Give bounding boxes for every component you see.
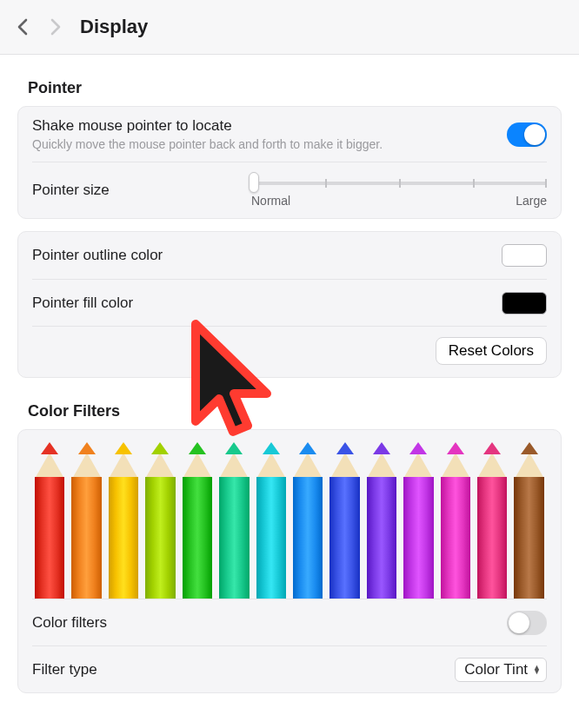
pencil bbox=[290, 442, 326, 599]
back-button[interactable] bbox=[10, 15, 35, 39]
shake-toggle[interactable] bbox=[507, 122, 547, 147]
filter-type-label: Filter type bbox=[32, 661, 97, 678]
reset-colors-button[interactable]: Reset Colors bbox=[436, 337, 547, 365]
pencil bbox=[68, 442, 104, 599]
pointer-color-card: Pointer outline color Pointer fill color… bbox=[17, 231, 562, 378]
color-filters-toggle[interactable] bbox=[507, 611, 547, 635]
color-filters-card: Color filters Filter type Color Tint ▲▼ bbox=[17, 429, 562, 693]
pointer-heading: Pointer bbox=[28, 79, 562, 97]
size-min-label: Normal bbox=[251, 194, 290, 208]
pencil bbox=[179, 442, 216, 599]
forward-button[interactable] bbox=[43, 15, 68, 39]
color-filters-label: Color filters bbox=[32, 614, 107, 632]
pencil bbox=[253, 442, 290, 599]
page-title: Display bbox=[80, 16, 148, 38]
color-filters-heading: Color Filters bbox=[28, 402, 562, 420]
fill-color-label: Pointer fill color bbox=[32, 295, 133, 312]
pencil bbox=[400, 442, 436, 599]
pencil bbox=[31, 442, 68, 599]
pencil bbox=[142, 442, 178, 599]
shake-label: Shake mouse pointer to locate bbox=[32, 117, 383, 135]
pointer-size-slider[interactable] bbox=[251, 175, 547, 190]
pencil bbox=[363, 442, 400, 599]
pointer-size-label: Pointer size bbox=[32, 182, 110, 199]
filter-type-value: Color Tint bbox=[464, 661, 528, 678]
pencil bbox=[510, 442, 547, 599]
pencil bbox=[326, 442, 363, 599]
pencil bbox=[105, 442, 142, 599]
chevron-up-down-icon: ▲▼ bbox=[533, 665, 541, 674]
pointer-card: Shake mouse pointer to locate Quickly mo… bbox=[17, 106, 562, 219]
pencil bbox=[437, 442, 474, 599]
outline-color-label: Pointer outline color bbox=[32, 247, 163, 264]
pencil bbox=[474, 442, 510, 599]
pencil-preview bbox=[31, 442, 548, 599]
pencil bbox=[216, 442, 252, 599]
fill-color-swatch[interactable] bbox=[502, 292, 547, 314]
filter-type-select[interactable]: Color Tint ▲▼ bbox=[455, 658, 547, 682]
header-bar: Display bbox=[0, 0, 579, 55]
shake-sub: Quickly move the mouse pointer back and … bbox=[32, 137, 383, 151]
size-max-label: Large bbox=[516, 194, 547, 208]
outline-color-swatch[interactable] bbox=[502, 244, 547, 267]
